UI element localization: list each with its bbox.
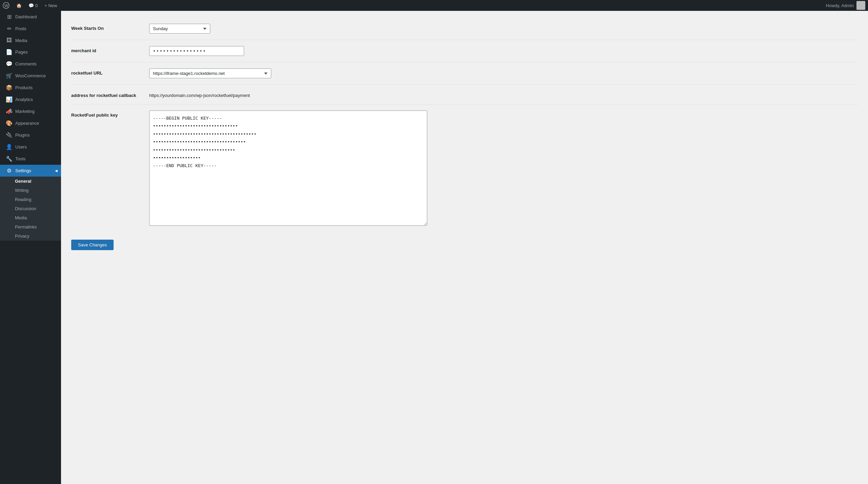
main-content: Week Starts On Sunday Monday Tuesday Wed… xyxy=(61,11,868,484)
appearance-icon: 🎨 xyxy=(6,120,13,126)
woocommerce-icon: 🛒 xyxy=(6,73,13,79)
adminbar-comments[interactable]: 💬 0 xyxy=(26,0,40,11)
sidebar-item-tools[interactable]: 🔧 Tools xyxy=(0,153,61,165)
public-key-textarea[interactable]: -----BEGIN PUBLIC KEY----- •••••••••••••… xyxy=(149,110,427,226)
callback-field: https://yourdomain.com/wp-json/rocketfue… xyxy=(149,91,858,98)
submenu-reading[interactable]: Reading xyxy=(0,195,61,204)
week-starts-label: Week Starts On xyxy=(71,24,149,31)
merchant-id-row: merchant id xyxy=(71,40,858,62)
sidebar-item-comments[interactable]: 💬 Comments xyxy=(0,58,61,70)
rocketfuel-url-select[interactable]: https://iframe-stage1.rocketdemo.net xyxy=(149,68,271,78)
callback-row: address for rocketfuel callback https://… xyxy=(71,85,858,104)
home-icon: 🏠 xyxy=(16,3,22,8)
sidebar-label-posts: Posts xyxy=(15,26,26,31)
submenu-writing[interactable]: Writing xyxy=(0,186,61,195)
wp-logo[interactable]: W xyxy=(3,2,9,9)
callback-label: address for rocketfuel callback xyxy=(71,91,149,98)
plugins-icon: 🔌 xyxy=(6,132,13,138)
sidebar-label-users: Users xyxy=(15,144,27,149)
sidebar-item-posts[interactable]: ✏ Posts xyxy=(0,23,61,35)
rocketfuel-url-field: https://iframe-stage1.rocketdemo.net xyxy=(149,68,858,78)
callback-address-text: https://yourdomain.com/wp-json/rocketfue… xyxy=(149,91,858,98)
sidebar-item-plugins[interactable]: 🔌 Plugins xyxy=(0,129,61,141)
sidebar-item-woocommerce[interactable]: 🛒 WooCommerce xyxy=(0,70,61,82)
sidebar-label-marketing: Marketing xyxy=(15,109,35,114)
sidebar-label-plugins: Plugins xyxy=(15,133,30,138)
comment-count: 0 xyxy=(35,3,38,8)
settings-icon: ⚙ xyxy=(6,167,13,174)
sidebar-item-analytics[interactable]: 📊 Analytics xyxy=(0,94,61,105)
sidebar-label-pages: Pages xyxy=(15,49,28,55)
merchant-id-input[interactable] xyxy=(149,46,244,56)
avatar xyxy=(856,1,865,10)
save-changes-button[interactable]: Save Changes xyxy=(71,240,114,250)
submenu-discussion[interactable]: Discussion xyxy=(0,204,61,213)
settings-sub-menu: General Writing Reading Discussion Media… xyxy=(0,177,61,241)
pages-icon: 📄 xyxy=(6,49,13,55)
sidebar-item-users[interactable]: 👤 Users xyxy=(0,141,61,153)
comments-icon: 💬 xyxy=(6,61,13,67)
marketing-icon: 📣 xyxy=(6,108,13,115)
sidebar-label-tools: Tools xyxy=(15,156,25,161)
sidebar-item-dashboard[interactable]: ⊞ Dashboard xyxy=(0,11,61,23)
sidebar-item-pages[interactable]: 📄 Pages xyxy=(0,46,61,58)
posts-icon: ✏ xyxy=(6,25,13,32)
rocketfuel-url-row: rocketfuel URL https://iframe-stage1.roc… xyxy=(71,62,858,85)
merchant-id-field xyxy=(149,46,858,56)
submenu-general[interactable]: General xyxy=(0,177,61,186)
submenu-media[interactable]: Media xyxy=(0,213,61,222)
week-starts-row: Week Starts On Sunday Monday Tuesday Wed… xyxy=(71,18,858,40)
sidebar-label-dashboard: Dashboard xyxy=(15,14,37,19)
merchant-id-label: merchant id xyxy=(71,46,149,53)
public-key-field: -----BEGIN PUBLIC KEY----- •••••••••••••… xyxy=(149,110,858,227)
sidebar-item-products[interactable]: 📦 Products xyxy=(0,82,61,94)
sidebar-label-analytics: Analytics xyxy=(15,97,33,102)
submenu-privacy[interactable]: Privacy xyxy=(0,231,61,241)
dashboard-icon: ⊞ xyxy=(6,14,13,20)
public-key-row: RocketFuel public key -----BEGIN PUBLIC … xyxy=(71,104,858,233)
sidebar-label-woocommerce: WooCommerce xyxy=(15,73,46,78)
sidebar-label-products: Products xyxy=(15,85,33,90)
settings-arrow-icon: ◀ xyxy=(55,169,58,173)
sidebar-item-media[interactable]: 🖼 Media xyxy=(0,35,61,46)
adminbar-user: Howdy, Admin xyxy=(826,1,865,10)
sidebar-label-media: Media xyxy=(15,38,27,43)
comment-bubble-icon: 💬 xyxy=(28,3,34,8)
sidebar: ⊞ Dashboard ✏ Posts 🖼 Media 📄 Pages 💬 Co… xyxy=(0,11,61,484)
sidebar-label-appearance: Appearance xyxy=(15,121,39,126)
sidebar-label-comments: Comments xyxy=(15,61,37,66)
adminbar-home[interactable]: 🏠 xyxy=(14,0,24,11)
sidebar-item-settings[interactable]: ⚙ Settings ◀ xyxy=(0,165,61,177)
week-starts-select[interactable]: Sunday Monday Tuesday Wednesday Thursday… xyxy=(149,24,210,34)
public-key-label: RocketFuel public key xyxy=(71,110,149,118)
tools-icon: 🔧 xyxy=(6,156,13,162)
sidebar-item-appearance[interactable]: 🎨 Appearance xyxy=(0,117,61,129)
admin-bar: W 🏠 💬 0 + New Howdy, Admin xyxy=(0,0,868,11)
week-starts-field: Sunday Monday Tuesday Wednesday Thursday… xyxy=(149,24,858,34)
svg-text:W: W xyxy=(4,3,8,8)
adminbar-new[interactable]: + New xyxy=(42,0,60,11)
media-icon: 🖼 xyxy=(6,37,13,43)
users-icon: 👤 xyxy=(6,144,13,150)
products-icon: 📦 xyxy=(6,84,13,91)
submenu-permalinks[interactable]: Permalinks xyxy=(0,222,61,231)
new-label: + New xyxy=(44,3,57,8)
sidebar-item-marketing[interactable]: 📣 Marketing xyxy=(0,105,61,117)
howdy-text: Howdy, Admin xyxy=(826,3,854,8)
rocketfuel-url-label: rocketfuel URL xyxy=(71,68,149,76)
analytics-icon: 📊 xyxy=(6,96,13,103)
sidebar-label-settings: Settings xyxy=(15,168,31,173)
